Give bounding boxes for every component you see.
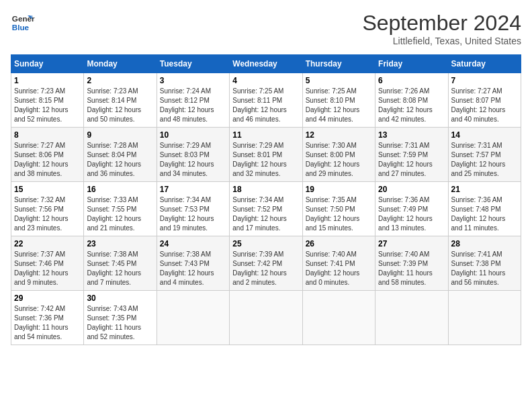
day-info: Sunrise: 7:34 AM Sunset: 7:53 PM Dayligh… [160,195,226,233]
day-number: 23 [87,239,153,248]
svg-text:Blue: Blue [12,23,30,32]
day-cell: 28Sunrise: 7:41 AM Sunset: 7:38 PM Dayli… [448,236,521,291]
day-cell: 7Sunrise: 7:27 AM Sunset: 8:07 PM Daylig… [448,73,521,128]
day-number: 1 [14,76,81,85]
day-number: 16 [87,185,153,194]
day-cell [302,291,375,345]
day-cell: 16Sunrise: 7:33 AM Sunset: 7:55 PM Dayli… [84,182,157,236]
day-cell: 22Sunrise: 7:37 AM Sunset: 7:46 PM Dayli… [11,236,84,291]
day-info: Sunrise: 7:36 AM Sunset: 7:48 PM Dayligh… [451,195,518,233]
day-cell: 30Sunrise: 7:43 AM Sunset: 7:35 PM Dayli… [84,291,157,345]
day-info: Sunrise: 7:33 AM Sunset: 7:55 PM Dayligh… [87,195,153,233]
day-info: Sunrise: 7:34 AM Sunset: 7:52 PM Dayligh… [232,195,299,233]
header-monday: Monday [84,55,157,73]
day-cell: 27Sunrise: 7:40 AM Sunset: 7:39 PM Dayli… [375,236,448,291]
day-cell: 20Sunrise: 7:36 AM Sunset: 7:49 PM Dayli… [375,182,448,236]
day-number: 9 [87,130,153,140]
day-cell: 21Sunrise: 7:36 AM Sunset: 7:48 PM Dayli… [448,182,521,236]
header-wednesday: Wednesday [230,55,302,73]
day-info: Sunrise: 7:30 AM Sunset: 8:00 PM Dayligh… [306,141,372,179]
calendar-table: SundayMondayTuesdayWednesdayThursdayFrid… [11,54,521,345]
day-cell: 19Sunrise: 7:35 AM Sunset: 7:50 PM Dayli… [302,182,375,236]
svg-text:General: General [12,14,35,23]
header-saturday: Saturday [448,55,521,73]
day-info: Sunrise: 7:40 AM Sunset: 7:41 PM Dayligh… [306,250,372,287]
header-tuesday: Tuesday [157,55,229,73]
header-thursday: Thursday [302,55,375,73]
day-info: Sunrise: 7:41 AM Sunset: 7:38 PM Dayligh… [451,250,518,287]
logo: General Blue [11,11,35,35]
day-info: Sunrise: 7:32 AM Sunset: 7:56 PM Dayligh… [14,195,81,233]
day-number: 27 [378,239,445,248]
day-info: Sunrise: 7:35 AM Sunset: 7:50 PM Dayligh… [306,195,372,233]
day-number: 15 [14,185,81,194]
day-number: 17 [160,185,226,194]
day-cell: 3Sunrise: 7:24 AM Sunset: 8:12 PM Daylig… [157,73,229,128]
day-cell [448,291,521,345]
day-number: 12 [306,130,372,140]
day-cell: 12Sunrise: 7:30 AM Sunset: 8:00 PM Dayli… [302,128,375,182]
day-cell: 26Sunrise: 7:40 AM Sunset: 7:41 PM Dayli… [302,236,375,291]
day-cell: 9Sunrise: 7:28 AM Sunset: 8:04 PM Daylig… [84,128,157,182]
day-cell: 15Sunrise: 7:32 AM Sunset: 7:56 PM Dayli… [11,182,84,236]
day-number: 3 [160,76,226,85]
week-row-1: 1Sunrise: 7:23 AM Sunset: 8:15 PM Daylig… [11,73,521,128]
day-info: Sunrise: 7:37 AM Sunset: 7:46 PM Dayligh… [14,250,81,287]
day-number: 20 [378,185,445,194]
day-info: Sunrise: 7:38 AM Sunset: 7:43 PM Dayligh… [160,250,226,287]
day-cell: 6Sunrise: 7:26 AM Sunset: 8:08 PM Daylig… [375,73,448,128]
day-cell: 1Sunrise: 7:23 AM Sunset: 8:15 PM Daylig… [11,73,84,128]
day-cell: 11Sunrise: 7:29 AM Sunset: 8:01 PM Dayli… [230,128,302,182]
day-cell: 8Sunrise: 7:27 AM Sunset: 8:06 PM Daylig… [11,128,84,182]
day-cell: 25Sunrise: 7:39 AM Sunset: 7:42 PM Dayli… [230,236,302,291]
day-info: Sunrise: 7:27 AM Sunset: 8:07 PM Dayligh… [451,87,518,124]
day-number: 5 [306,76,372,85]
day-number: 11 [232,130,299,140]
day-number: 21 [451,185,518,194]
day-info: Sunrise: 7:31 AM Sunset: 7:57 PM Dayligh… [451,141,518,179]
day-cell: 10Sunrise: 7:29 AM Sunset: 8:03 PM Dayli… [157,128,229,182]
week-row-2: 8Sunrise: 7:27 AM Sunset: 8:06 PM Daylig… [11,128,521,182]
day-number: 7 [451,76,518,85]
day-cell: 13Sunrise: 7:31 AM Sunset: 7:59 PM Dayli… [375,128,448,182]
day-info: Sunrise: 7:29 AM Sunset: 8:01 PM Dayligh… [232,141,299,179]
day-cell: 2Sunrise: 7:23 AM Sunset: 8:14 PM Daylig… [84,73,157,128]
day-number: 8 [14,130,81,140]
day-info: Sunrise: 7:25 AM Sunset: 8:11 PM Dayligh… [232,87,299,124]
day-info: Sunrise: 7:43 AM Sunset: 7:35 PM Dayligh… [87,304,153,342]
day-number: 24 [160,239,226,248]
day-info: Sunrise: 7:27 AM Sunset: 8:06 PM Dayligh… [14,141,81,179]
day-info: Sunrise: 7:39 AM Sunset: 7:42 PM Dayligh… [232,250,299,287]
day-number: 22 [14,239,81,248]
day-info: Sunrise: 7:23 AM Sunset: 8:14 PM Dayligh… [87,87,153,124]
month-title: September 2024 [362,11,521,36]
title-block: September 2024 Littlefield, Texas, Unite… [362,11,521,46]
day-number: 28 [451,239,518,248]
day-cell [375,291,448,345]
day-cell [230,291,302,345]
day-number: 18 [232,185,299,194]
day-info: Sunrise: 7:38 AM Sunset: 7:45 PM Dayligh… [87,250,153,287]
day-number: 30 [87,293,153,303]
page-header: General Blue September 2024 Littlefield,… [11,11,521,46]
location: Littlefield, Texas, United States [362,36,521,46]
day-info: Sunrise: 7:42 AM Sunset: 7:36 PM Dayligh… [14,304,81,342]
day-cell: 24Sunrise: 7:38 AM Sunset: 7:43 PM Dayli… [157,236,229,291]
calendar-header-row: SundayMondayTuesdayWednesdayThursdayFrid… [11,55,521,73]
day-cell: 14Sunrise: 7:31 AM Sunset: 7:57 PM Dayli… [448,128,521,182]
logo-icon: General Blue [11,11,35,35]
day-cell: 17Sunrise: 7:34 AM Sunset: 7:53 PM Dayli… [157,182,229,236]
week-row-5: 29Sunrise: 7:42 AM Sunset: 7:36 PM Dayli… [11,291,521,345]
day-number: 26 [306,239,372,248]
week-row-3: 15Sunrise: 7:32 AM Sunset: 7:56 PM Dayli… [11,182,521,236]
day-info: Sunrise: 7:26 AM Sunset: 8:08 PM Dayligh… [378,87,445,124]
day-info: Sunrise: 7:31 AM Sunset: 7:59 PM Dayligh… [378,141,445,179]
day-number: 19 [306,185,372,194]
day-number: 4 [232,76,299,85]
day-info: Sunrise: 7:25 AM Sunset: 8:10 PM Dayligh… [306,87,372,124]
day-number: 14 [451,130,518,140]
day-cell: 18Sunrise: 7:34 AM Sunset: 7:52 PM Dayli… [230,182,302,236]
day-cell: 5Sunrise: 7:25 AM Sunset: 8:10 PM Daylig… [302,73,375,128]
day-info: Sunrise: 7:40 AM Sunset: 7:39 PM Dayligh… [378,250,445,287]
header-friday: Friday [375,55,448,73]
